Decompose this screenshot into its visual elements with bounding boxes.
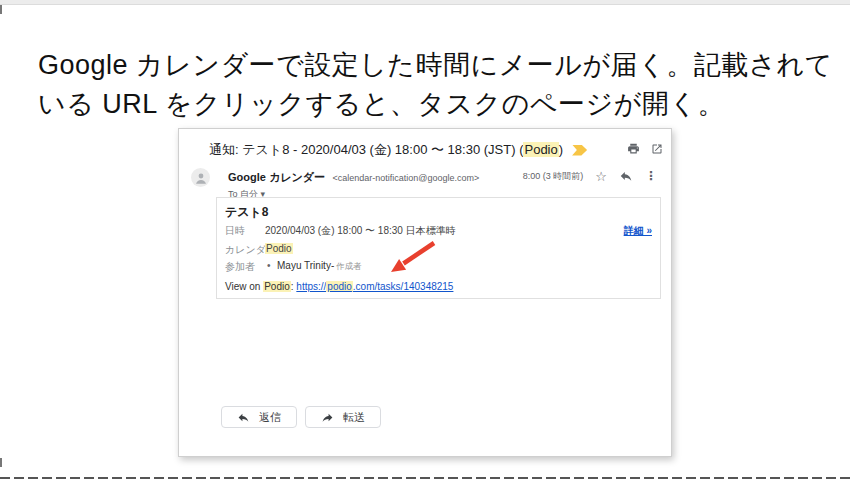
canvas-edge-mark-top bbox=[0, 5, 2, 14]
avatar bbox=[191, 168, 210, 187]
url-part: https:// bbox=[296, 281, 326, 292]
reply-icon[interactable] bbox=[619, 169, 633, 183]
sender-name: Google カレンダー bbox=[228, 171, 325, 183]
url-highlight: podio bbox=[326, 281, 352, 292]
sender-address: <calendar-notification@google.com> bbox=[332, 173, 479, 183]
reply-button-label: 返信 bbox=[259, 410, 281, 425]
slide-canvas: Google カレンダーで設定した時間にメールが届く。記載されて いる URL … bbox=[0, 0, 850, 479]
attendee-role: 作成者 bbox=[336, 261, 362, 271]
slide-top-border bbox=[0, 0, 850, 5]
app-name-highlight: Podio bbox=[263, 281, 291, 292]
row-value: Podio bbox=[265, 243, 293, 254]
attendee-text: Mayu Trinity- bbox=[277, 260, 334, 271]
event-row-datetime: 日時 2020/04/03 (金) 18:00 〜 18:30 日本標準時 詳細… bbox=[225, 224, 652, 237]
reply-arrow-icon bbox=[237, 411, 250, 424]
email-meta: 8:00 (3 時間前) ☆ ⋮ bbox=[523, 169, 657, 183]
view-prefix: View on bbox=[225, 281, 263, 292]
email-subject: 通知: テスト8 - 2020/04/03 (金) 18:00 〜 18:30 … bbox=[209, 141, 563, 159]
view-on-podio-row: View on Podio: https://podio.com/tasks/1… bbox=[225, 281, 453, 292]
subject-search-highlight: Podio bbox=[523, 142, 558, 157]
star-icon[interactable]: ☆ bbox=[595, 170, 607, 183]
event-title: テスト8 bbox=[225, 204, 269, 221]
subject-text-suffix: ) bbox=[559, 142, 563, 157]
caption-line-2: いる URL をクリックすると、タスクのページが開く。 bbox=[38, 85, 838, 124]
gmail-screenshot-panel: 通知: テスト8 - 2020/04/03 (金) 18:00 〜 18:30 … bbox=[178, 128, 672, 457]
reply-button[interactable]: 返信 bbox=[221, 406, 297, 428]
calendar-event-card: テスト8 日時 2020/04/03 (金) 18:00 〜 18:30 日本標… bbox=[216, 197, 661, 299]
row-label: 日時 bbox=[225, 224, 245, 238]
canvas-edge-mark-bottom bbox=[0, 458, 2, 467]
forward-button[interactable]: 転送 bbox=[305, 406, 381, 428]
caption-text: Google カレンダーで設定した時間にメールが届く。記載されて いる URL … bbox=[38, 46, 838, 124]
forward-arrow-icon bbox=[321, 411, 334, 424]
print-icon[interactable] bbox=[627, 142, 640, 155]
event-row-attendees: 参加者 • Mayu Trinity-作成者 bbox=[225, 260, 652, 273]
event-row-calendar: カレンダー Podio bbox=[225, 243, 652, 256]
row-value: 2020/04/03 (金) 18:00 〜 18:30 日本標準時 bbox=[265, 224, 456, 238]
email-subject-row: 通知: テスト8 - 2020/04/03 (金) 18:00 〜 18:30 … bbox=[209, 141, 611, 159]
importance-marker-icon bbox=[572, 145, 587, 156]
details-link[interactable]: 詳細 » bbox=[624, 224, 652, 238]
attendee-name: Mayu Trinity-作成者 bbox=[277, 260, 362, 273]
row-label: 参加者 bbox=[225, 260, 255, 274]
more-vert-icon[interactable]: ⋮ bbox=[645, 170, 657, 182]
calendar-name-highlight: Podio bbox=[265, 243, 293, 254]
person-icon bbox=[193, 170, 209, 186]
task-url-link[interactable]: https://podio.com/tasks/140348215 bbox=[296, 281, 453, 292]
open-in-new-icon[interactable] bbox=[651, 143, 663, 155]
forward-button-label: 転送 bbox=[343, 410, 365, 425]
subject-action-icons bbox=[627, 142, 663, 155]
email-action-buttons: 返信 転送 bbox=[221, 406, 381, 428]
caption-line-1: Google カレンダーで設定した時間にメールが届く。記載されて bbox=[38, 46, 838, 85]
email-timestamp: 8:00 (3 時間前) bbox=[523, 170, 584, 183]
subject-text: 通知: テスト8 - 2020/04/03 (金) 18:00 〜 18:30 … bbox=[209, 142, 523, 157]
url-part: .com/tasks/140348215 bbox=[353, 281, 454, 292]
sender-line: Google カレンダー <calendar-notification@goog… bbox=[228, 167, 479, 185]
sender-info: Google カレンダー <calendar-notification@goog… bbox=[228, 167, 479, 201]
sender-row: Google カレンダー <calendar-notification@goog… bbox=[191, 167, 659, 197]
bullet-icon: • bbox=[267, 260, 271, 271]
